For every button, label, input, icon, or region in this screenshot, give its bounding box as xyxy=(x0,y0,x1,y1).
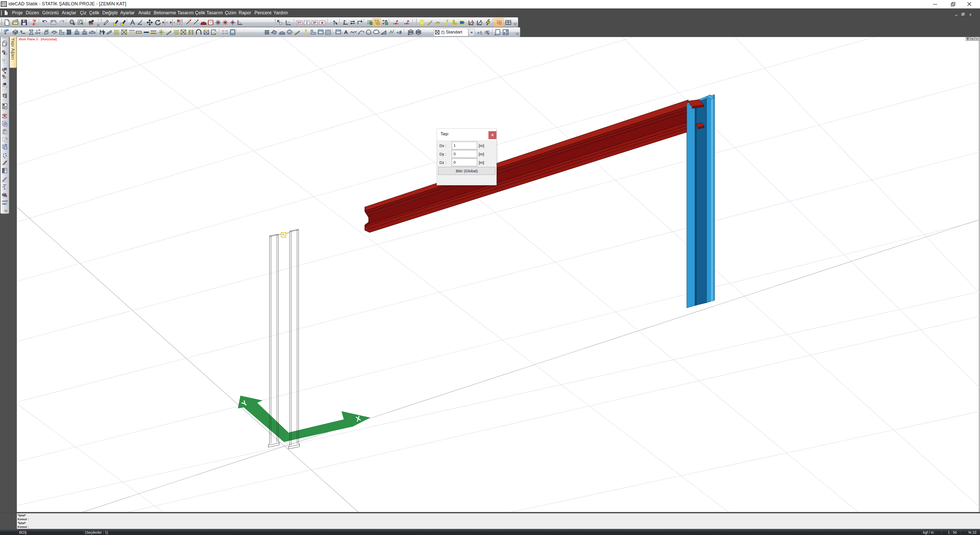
svg-text:P: P xyxy=(473,22,474,24)
svg-text:?: ? xyxy=(481,22,482,24)
svg-text:X: X xyxy=(969,13,972,16)
svg-text:N: N xyxy=(38,29,40,32)
svg-text:3P: 3P xyxy=(313,21,316,24)
svg-text:N: N xyxy=(971,37,974,40)
svg-text:Z: Z xyxy=(306,21,308,24)
svg-text:XY: XY xyxy=(298,21,301,24)
svg-text:⊕: ⊕ xyxy=(321,21,323,24)
svg-text:V: V xyxy=(976,37,978,40)
svg-text:ABC: ABC xyxy=(2,203,7,205)
svg-text:+2: +2 xyxy=(397,30,401,35)
svg-text:AUTO: AUTO xyxy=(2,200,8,202)
svg-text:A: A xyxy=(344,29,348,35)
